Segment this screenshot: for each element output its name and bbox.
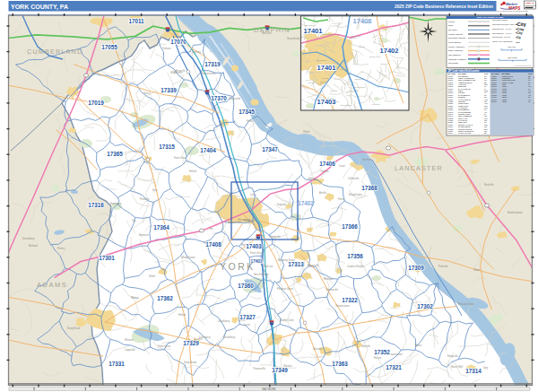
svg-text:Accomac: Accomac: [321, 77, 330, 79]
svg-text:Stony Brook: Stony Brook: [287, 37, 300, 40]
svg-text:17365: 17365: [107, 151, 123, 157]
svg-text:•City: •City: [516, 27, 525, 31]
svg-text:17408: 17408: [491, 100, 497, 102]
svg-text:17356: 17356: [347, 253, 363, 259]
svg-text:Felton: Felton: [308, 177, 316, 180]
svg-text:Glenville: Glenville: [361, 344, 371, 348]
svg-text:Leaders Heights: Leaders Heights: [347, 265, 365, 268]
svg-text:Shiloh: Shiloh: [149, 274, 156, 278]
svg-text:THOMASVILLE: THOMASVILLE: [458, 132, 472, 134]
svg-text:17363: 17363: [332, 361, 348, 367]
svg-text:Thomasville: Thomasville: [253, 367, 265, 370]
svg-text:Bigmount: Bigmount: [355, 78, 364, 80]
svg-text:17406: 17406: [319, 161, 335, 167]
svg-text:Davidsburg: Davidsburg: [223, 335, 236, 339]
svg-text:Larue: Larue: [244, 323, 250, 327]
svg-text:•City: •City: [516, 31, 523, 35]
svg-text:17402: 17402: [380, 47, 399, 55]
svg-text:Emigsville: Emigsville: [447, 354, 458, 358]
svg-text:US Highways: US Highways: [448, 54, 462, 56]
svg-text:17408: 17408: [205, 241, 221, 248]
svg-text:Marburg: Marburg: [192, 50, 201, 54]
svg-text:Larue: Larue: [250, 193, 256, 196]
svg-text:Emigsville: Emigsville: [270, 235, 281, 239]
svg-text:17309: 17309: [408, 265, 424, 271]
svg-text:Porters: Porters: [57, 247, 65, 250]
svg-text:Spry: Spry: [152, 188, 158, 192]
svg-text:Copyright MarketMAPS: Copyright MarketMAPS: [515, 65, 533, 66]
svg-text:YORK: YORK: [502, 100, 508, 102]
svg-text:Hallam: Hallam: [359, 46, 365, 48]
svg-text:Thomasville: Thomasville: [325, 288, 338, 292]
svg-text:Larue: Larue: [339, 164, 345, 168]
svg-text:17019: 17019: [88, 100, 104, 106]
svg-text:Fawn Grove: Fawn Grove: [158, 344, 171, 348]
svg-text:Shiloh: Shiloh: [303, 130, 310, 134]
svg-text:Davidsburg: Davidsburg: [317, 59, 327, 61]
svg-text:Saginaw: Saginaw: [277, 203, 286, 206]
svg-text:State: State: [448, 24, 454, 26]
svg-text:17364: 17364: [153, 224, 169, 231]
svg-text:Collinsville: Collinsville: [348, 177, 360, 180]
svg-text:Fawn Grove: Fawn Grove: [174, 156, 187, 160]
svg-text:Bryansville: Bryansville: [306, 24, 316, 26]
svg-text:Pennville: Pennville: [438, 265, 448, 268]
svg-text:New Freedom: New Freedom: [254, 273, 268, 276]
svg-text:State Highways: State Highways: [448, 49, 464, 51]
svg-text:17347: 17347: [262, 146, 278, 152]
svg-text:17362: 17362: [157, 295, 173, 301]
svg-text:Shiloh: Shiloh: [473, 268, 481, 272]
svg-text:17345: 17345: [239, 109, 255, 115]
svg-text:Railroad: Railroad: [330, 90, 338, 91]
svg-text:17316: 17316: [88, 202, 104, 208]
svg-text:17368: 17368: [361, 185, 377, 191]
svg-text:Windsor: Windsor: [308, 82, 315, 83]
svg-text:Red Lion: Red Lion: [340, 68, 349, 70]
svg-text:DAUPHIN: DAUPHIN: [254, 26, 291, 34]
svg-text:Red Lion: Red Lion: [264, 265, 273, 268]
svg-text:17301: 17301: [99, 255, 115, 261]
svg-text:BALTIMORE: BALTIMORE: [263, 388, 276, 391]
svg-text:•City: •City: [516, 36, 521, 39]
svg-text:Stewartstown: Stewartstown: [388, 353, 403, 356]
svg-text:Davidsburg: Davidsburg: [341, 104, 351, 106]
svg-text:Hellam: Hellam: [178, 313, 186, 317]
svg-text:2025 ZIP Code Business Referen: 2025 ZIP Code Business Reference Inset E…: [395, 4, 493, 9]
svg-text:Cities and Towns: Cities and Towns: [492, 19, 508, 21]
svg-text:Airville: Airville: [318, 83, 325, 84]
svg-text:Midway: Midway: [380, 63, 387, 65]
svg-text:ADAMS: ADAMS: [37, 281, 67, 289]
svg-text:Hellam: Hellam: [189, 170, 196, 173]
svg-text:17011: 17011: [128, 18, 144, 24]
svg-text:New Freedom: New Freedom: [328, 33, 341, 35]
svg-text:Stewartstown: Stewartstown: [181, 256, 195, 259]
svg-text:Bryansville: Bryansville: [308, 264, 319, 267]
svg-text:17055: 17055: [101, 44, 117, 50]
svg-text:Pennville: Pennville: [372, 103, 381, 105]
svg-text:Pleasant Grove: Pleasant Grove: [458, 302, 474, 306]
svg-text:Yorkana: Yorkana: [162, 47, 171, 50]
svg-text:Stewartstown: Stewartstown: [202, 72, 216, 75]
svg-text:Yoe: Yoe: [132, 219, 136, 222]
svg-text:Yoe: Yoe: [209, 227, 213, 231]
svg-text:17349: 17349: [272, 367, 288, 373]
svg-text:17070: 17070: [170, 39, 187, 45]
svg-text:LANCASTER: LANCASTER: [395, 164, 443, 172]
svg-text:17406: 17406: [353, 17, 372, 25]
svg-text:Pennville: Pennville: [140, 197, 150, 201]
svg-text:ZIP Code: ZIP Code: [448, 29, 457, 30]
svg-text:Your Leading Source for Maps a: Your Leading Source for Maps and Data: [496, 10, 529, 12]
svg-text:17302: 17302: [417, 303, 433, 309]
svg-text:Windsor: Windsor: [125, 338, 134, 342]
svg-text:County Highways: County Highways: [448, 46, 465, 48]
svg-text:Sinsheim: Sinsheim: [362, 158, 372, 161]
svg-text:17403: 17403: [246, 243, 262, 249]
svg-text:Muddy Creek: Muddy Creek: [280, 318, 294, 322]
svg-text:Davidsburg: Davidsburg: [22, 237, 35, 240]
svg-text:Felton: Felton: [247, 119, 254, 123]
svg-text:17402: 17402: [298, 200, 314, 206]
svg-text:County: County: [448, 21, 456, 22]
svg-text:17319: 17319: [204, 61, 221, 67]
svg-text:Weigelstown: Weigelstown: [354, 86, 366, 88]
svg-text:Railroad: Railroad: [29, 244, 38, 248]
